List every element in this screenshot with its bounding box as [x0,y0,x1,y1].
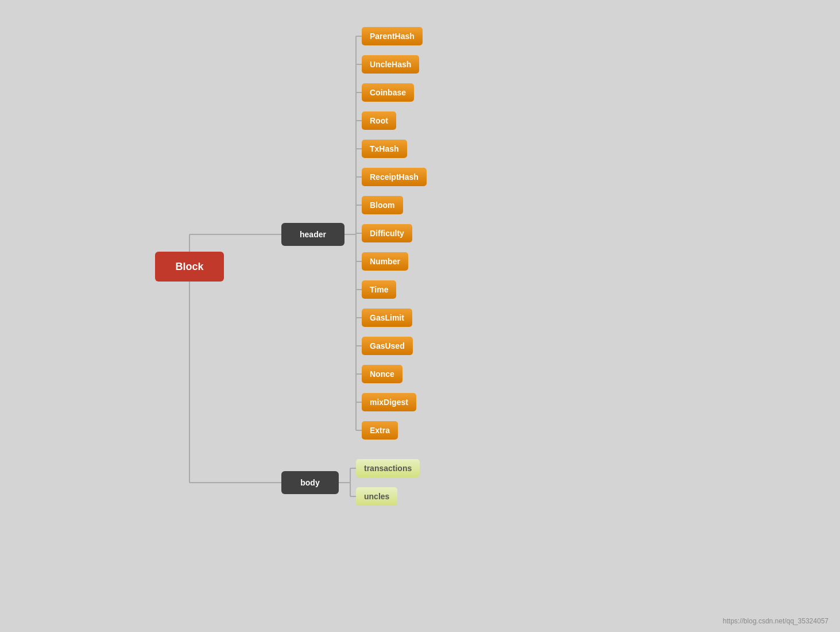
header-field-difficulty: Difficulty [362,224,412,242]
body-field-transactions: transactions [356,459,420,477]
header-field-gaslimit: GasLimit [362,309,412,327]
header-field-gasused: GasUsed [362,337,413,355]
header-field-mixdigest: mixDigest [362,393,416,411]
connector-svg [0,0,840,632]
header-field-bloom: Bloom [362,196,403,214]
header-field-nonce: Nonce [362,365,402,383]
header-field-extra: Extra [362,421,398,440]
header-field-coinbase: Coinbase [362,83,414,102]
body-label: body [300,478,319,487]
block-node: Block [155,252,224,282]
header-field-root: Root [362,111,396,130]
diagram-container: Block header body ParentHashUncleHashCoi… [0,0,840,632]
header-node: header [281,223,344,246]
header-field-parenthash: ParentHash [362,27,423,45]
header-field-unclehash: UncleHash [362,55,419,74]
watermark: https://blog.csdn.net/qq_35324057 [723,617,829,625]
header-field-receipthash: ReceiptHash [362,168,427,186]
block-label: Block [175,261,203,273]
body-field-uncles: uncles [356,487,397,506]
header-label: header [300,230,326,239]
body-node: body [281,471,339,494]
header-field-number: Number [362,252,408,271]
header-field-txhash: TxHash [362,140,407,158]
header-field-time: Time [362,280,396,299]
